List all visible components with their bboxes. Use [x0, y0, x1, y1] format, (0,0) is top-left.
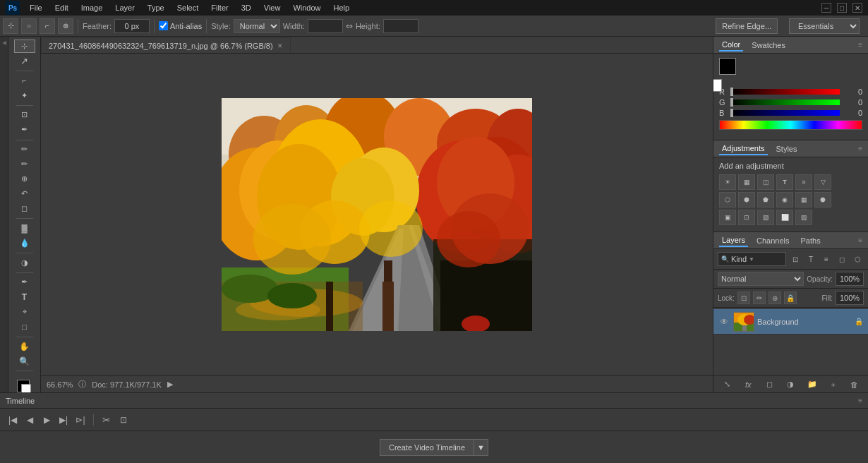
menu-layer[interactable]: Layer	[109, 2, 140, 13]
timeline-end[interactable]: ⊳|	[73, 413, 88, 427]
tab-close-button[interactable]: ✕	[277, 42, 283, 49]
foreground-background-colors[interactable]	[14, 377, 35, 390]
tool-gradient[interactable]: ▓	[14, 222, 35, 235]
lock-transparent[interactable]: ⊡	[737, 291, 750, 304]
tool-marquee[interactable]: ⊹	[14, 40, 35, 53]
menu-type[interactable]: Type	[142, 2, 170, 13]
adj-invert[interactable]: ⬣	[814, 192, 831, 208]
width-height-swap[interactable]: ⇔	[346, 21, 353, 31]
create-video-timeline-button[interactable]: Create Video Timeline	[380, 439, 474, 456]
fore-back-swatches[interactable]	[719, 58, 747, 83]
tab-paths[interactable]: Paths	[798, 235, 824, 246]
adj-threshold[interactable]: ⊡	[738, 210, 755, 225]
minimize-button[interactable]: ─	[821, 3, 831, 13]
layer-filter-type[interactable]: ≡	[820, 253, 833, 265]
layer-visibility-toggle[interactable]: 👁	[718, 315, 730, 328]
selection-tool-lasso[interactable]: ⌐	[40, 18, 55, 34]
feather-input[interactable]	[114, 19, 150, 33]
layer-filter-pixel[interactable]: ⊡	[789, 253, 802, 265]
tab-channels[interactable]: Channels	[754, 235, 792, 246]
adj-selective-color[interactable]: ⬜	[776, 210, 793, 225]
width-input[interactable]	[308, 19, 343, 33]
maximize-button[interactable]: □	[837, 3, 847, 13]
adj-vibrance[interactable]: ≡	[795, 174, 812, 190]
menu-filter[interactable]: Filter	[205, 2, 234, 13]
layer-filter-shape[interactable]: ◻	[836, 253, 848, 265]
height-input[interactable]	[383, 19, 418, 33]
tool-type[interactable]: T	[14, 290, 35, 303]
anti-alias-checkbox[interactable]: Anti-alias	[159, 21, 202, 30]
layer-link-button[interactable]: ⤡	[721, 378, 733, 391]
tool-brush[interactable]: ✏	[14, 157, 35, 171]
adj-color-balance[interactable]: ⬡	[719, 192, 736, 208]
essentials-select[interactable]: Essentials	[789, 18, 860, 34]
adj-photo-filter[interactable]: ⬟	[757, 192, 774, 208]
adj-bw[interactable]: ⬢	[738, 192, 755, 208]
layer-new-button[interactable]: +	[827, 378, 840, 391]
adj-levels[interactable]: ▦	[738, 174, 755, 190]
color-spectrum[interactable]	[719, 120, 862, 130]
selection-tool-rect[interactable]: ⊹	[3, 18, 18, 34]
timeline-play[interactable]: ▶	[40, 413, 54, 427]
lock-position[interactable]: ⊕	[768, 291, 781, 304]
tab-layers[interactable]: Layers	[719, 234, 748, 247]
adj-exposure[interactable]: T	[776, 174, 793, 190]
foreground-swatch[interactable]	[719, 58, 736, 75]
lock-all[interactable]: 🔒	[784, 291, 797, 304]
tool-path[interactable]: ⌖	[14, 305, 35, 318]
adj-channel-mixer[interactable]: ◉	[776, 192, 793, 208]
timeline-next[interactable]: ▶|	[56, 413, 71, 427]
red-slider[interactable]	[730, 89, 840, 95]
tab-swatches[interactable]: Swatches	[749, 40, 788, 51]
timeline-start[interactable]: |◀	[6, 413, 20, 427]
layer-filter-smart[interactable]: ⬡	[851, 253, 864, 265]
tool-zoom[interactable]: 🔍	[14, 354, 35, 368]
layer-background[interactable]: 👁 Backgro	[713, 309, 868, 335]
layer-delete-button[interactable]: 🗑	[848, 378, 861, 391]
menu-help[interactable]: Help	[328, 2, 356, 13]
adj-panel-options[interactable]: ≡	[858, 145, 862, 152]
blend-mode-select[interactable]: Normal	[718, 272, 804, 286]
lock-paint[interactable]: ✏	[753, 291, 766, 304]
selection-tool-magic[interactable]: ⊕	[58, 18, 73, 34]
menu-file[interactable]: File	[24, 2, 48, 13]
layer-fx-button[interactable]: fx	[742, 378, 754, 391]
tool-history[interactable]: ↶	[14, 187, 35, 200]
tool-eraser[interactable]: ◻	[14, 202, 35, 215]
timeline-options[interactable]: ≡	[858, 397, 862, 404]
panel-collapse[interactable]: ◀	[0, 37, 8, 392]
timeline-split[interactable]: ✂	[100, 413, 114, 427]
canvas-wrapper[interactable]	[41, 54, 713, 375]
tab-color[interactable]: Color	[719, 39, 743, 52]
adj-hue[interactable]: ▽	[814, 174, 831, 190]
tool-eyedropper[interactable]: ✒	[14, 123, 35, 136]
background-swatch[interactable]	[713, 79, 722, 92]
tool-spot-heal[interactable]: ✏	[14, 143, 35, 156]
timeline-prev[interactable]: ◀	[23, 413, 37, 427]
tool-dodge[interactable]: ◑	[14, 256, 35, 270]
doc-size-arrow[interactable]: ▶	[167, 380, 173, 389]
tool-clone[interactable]: ⊕	[14, 172, 35, 186]
tool-magic-wand[interactable]: ✦	[14, 89, 35, 102]
menu-view[interactable]: View	[258, 2, 287, 13]
tool-lasso[interactable]: ⌐	[14, 74, 35, 88]
style-select[interactable]: Normal	[234, 19, 280, 33]
tool-blur[interactable]: 💧	[14, 236, 35, 250]
layers-panel-options[interactable]: ≡	[858, 236, 862, 244]
layer-group-button[interactable]: 📁	[806, 378, 819, 391]
layer-mask-button[interactable]: ◻	[763, 378, 776, 391]
adj-curves[interactable]: ◫	[757, 174, 774, 190]
tool-pen[interactable]: ✒	[14, 275, 35, 289]
menu-edit[interactable]: Edit	[49, 2, 74, 13]
tool-hand[interactable]: ✋	[14, 339, 35, 353]
opacity-input[interactable]	[836, 272, 864, 286]
refine-edge-button[interactable]: Refine Edge...	[716, 18, 778, 34]
tab-adjustments[interactable]: Adjustments	[719, 143, 768, 155]
tab-styles[interactable]: Styles	[773, 143, 800, 155]
tool-shape[interactable]: □	[14, 320, 35, 333]
close-button[interactable]: ✕	[852, 3, 862, 13]
menu-select[interactable]: Select	[171, 2, 205, 13]
fill-input[interactable]	[836, 291, 864, 305]
blue-slider[interactable]	[730, 110, 840, 116]
menu-image[interactable]: Image	[76, 2, 109, 13]
